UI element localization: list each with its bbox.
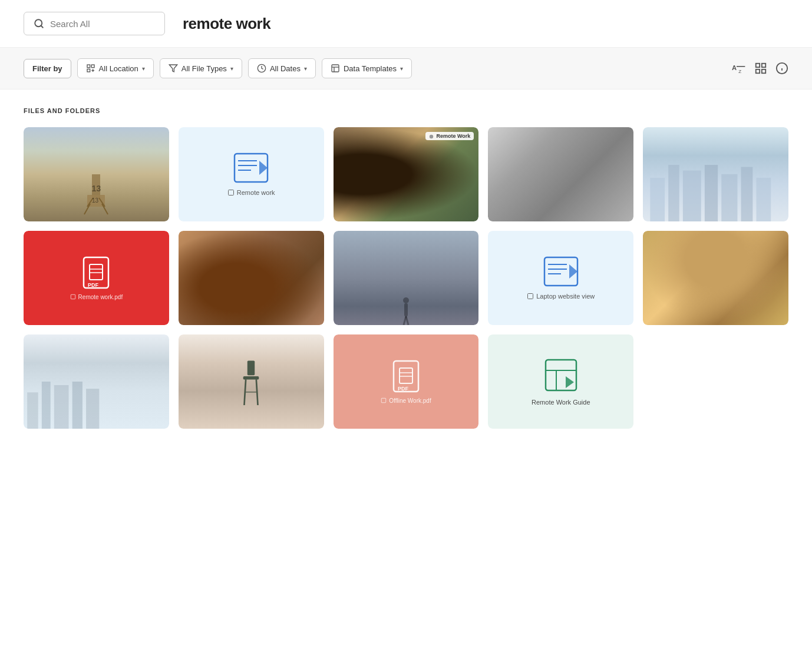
list-item[interactable] [643, 127, 788, 221]
list-item[interactable] [24, 334, 169, 429]
svg-text:PDF: PDF [398, 386, 409, 392]
laptop-doc-tile-label: Laptop website view [527, 293, 595, 300]
svg-rect-64 [247, 360, 255, 375]
svg-rect-36 [651, 178, 665, 221]
document-icon [233, 153, 269, 183]
location-filter[interactable]: All Location ▾ [77, 58, 154, 78]
doc-small-icon [227, 189, 235, 196]
tile-remotework-photo: Remote Work [334, 127, 479, 221]
svg-marker-33 [259, 161, 268, 175]
location-icon [86, 64, 95, 73]
svg-rect-44 [90, 264, 103, 280]
svg-rect-42 [757, 178, 771, 221]
photo-chair-bg [179, 334, 324, 429]
list-item[interactable] [643, 231, 788, 325]
dates-filter[interactable]: All Dates ▾ [248, 58, 316, 78]
doc-tile-label: Remote work [227, 189, 275, 196]
svg-line-66 [245, 379, 246, 405]
svg-rect-48 [71, 294, 75, 299]
list-item[interactable]: Remote Work [334, 127, 479, 221]
photo-grayscale-bg [488, 127, 633, 221]
tile-pdf-red: PDF Remote work.pdf [24, 231, 169, 325]
photo-meeting-bg [179, 231, 324, 325]
svg-rect-3 [91, 65, 94, 68]
svg-rect-9 [332, 65, 339, 72]
file-types-chevron-icon: ▾ [230, 65, 233, 72]
file-types-filter[interactable]: All File Types ▾ [160, 58, 242, 78]
grid-view-icon [754, 62, 767, 75]
svg-rect-22 [92, 174, 100, 198]
svg-rect-16 [762, 64, 765, 67]
svg-text:A: A [732, 64, 737, 71]
search-query: remote work [183, 15, 270, 33]
list-item[interactable]: Laptop website view [488, 231, 633, 325]
svg-text:Z: Z [738, 69, 741, 74]
templates-filter[interactable]: Data Templates ▾ [322, 58, 412, 78]
laptop-doc-small-icon [527, 293, 534, 300]
svg-rect-34 [228, 190, 233, 196]
search-box[interactable]: Search All [24, 12, 165, 35]
template-icon [331, 64, 340, 73]
pdf-salmon-label: Offline Work.pdf [381, 397, 431, 404]
svg-rect-63 [86, 389, 99, 429]
svg-rect-15 [756, 64, 760, 67]
list-item[interactable] [488, 127, 633, 221]
sort-az-button[interactable]: A Z [732, 62, 746, 74]
file-types-filter-label: All File Types [181, 64, 227, 73]
photo-cityfog-bg [643, 127, 788, 221]
photo-foggy2-bg [24, 334, 169, 429]
svg-text:PDF: PDF [88, 282, 99, 288]
svg-rect-4 [87, 69, 90, 72]
search-input-placeholder: Search All [50, 19, 90, 29]
photo-person-bg [643, 231, 788, 325]
list-item[interactable] [334, 231, 479, 325]
list-item[interactable] [179, 334, 324, 429]
list-item[interactable]: PDF Offline Work.pdf [334, 334, 479, 429]
svg-rect-41 [741, 167, 753, 221]
laptop-doc-icon [543, 256, 579, 287]
list-item[interactable]: Remote work [179, 127, 324, 221]
badge-icon [429, 134, 434, 139]
chair-icon [236, 358, 266, 405]
tile-guide: Remote Work Guide [488, 334, 633, 429]
info-icon [775, 62, 788, 75]
svg-rect-62 [72, 382, 82, 429]
svg-point-49 [403, 297, 409, 303]
clock-icon [257, 64, 266, 73]
svg-marker-78 [566, 376, 574, 388]
svg-rect-59 [27, 392, 38, 429]
svg-rect-70 [400, 368, 412, 383]
guide-icon [543, 357, 579, 393]
filter-by-label: Filter by [24, 59, 71, 78]
tile-pdf-salmon: PDF Offline Work.pdf [334, 334, 479, 429]
filter-icon [169, 64, 178, 73]
info-button[interactable] [775, 62, 788, 75]
svg-rect-40 [721, 174, 737, 221]
tile-cityfog-photo [643, 127, 788, 221]
svg-rect-74 [382, 398, 387, 403]
list-item[interactable]: Remote Work Guide [488, 334, 633, 429]
dates-chevron-icon: ▾ [304, 65, 307, 72]
svg-rect-38 [683, 171, 701, 221]
pdf-icon-salmon: PDF [391, 360, 421, 393]
grid-view-button[interactable] [754, 62, 767, 75]
svg-line-67 [256, 379, 258, 405]
templates-chevron-icon: ▾ [400, 65, 403, 72]
svg-line-52 [406, 316, 408, 325]
pdf-red-label: Remote work.pdf [70, 294, 123, 300]
tile-lifeguard-photo: 13 [24, 127, 169, 221]
remote-work-badge: Remote Work [425, 132, 474, 140]
list-item[interactable]: 13 [24, 127, 169, 221]
svg-line-1 [41, 25, 42, 27]
guide-label: Remote Work Guide [532, 399, 590, 406]
tile-foggy2-photo [24, 334, 169, 429]
pdf-red-label-text: Remote work.pdf [78, 294, 123, 300]
list-item[interactable]: PDF Remote work.pdf [24, 231, 169, 325]
list-item[interactable] [179, 231, 324, 325]
doc-label-text: Remote work [237, 189, 275, 196]
guide-label-text: Remote Work Guide [532, 399, 590, 406]
svg-text:13: 13 [92, 197, 99, 204]
sort-az-icon: A Z [732, 62, 746, 74]
svg-rect-75 [546, 360, 576, 390]
main-content: FILES AND FOLDERS 13 [0, 90, 812, 446]
